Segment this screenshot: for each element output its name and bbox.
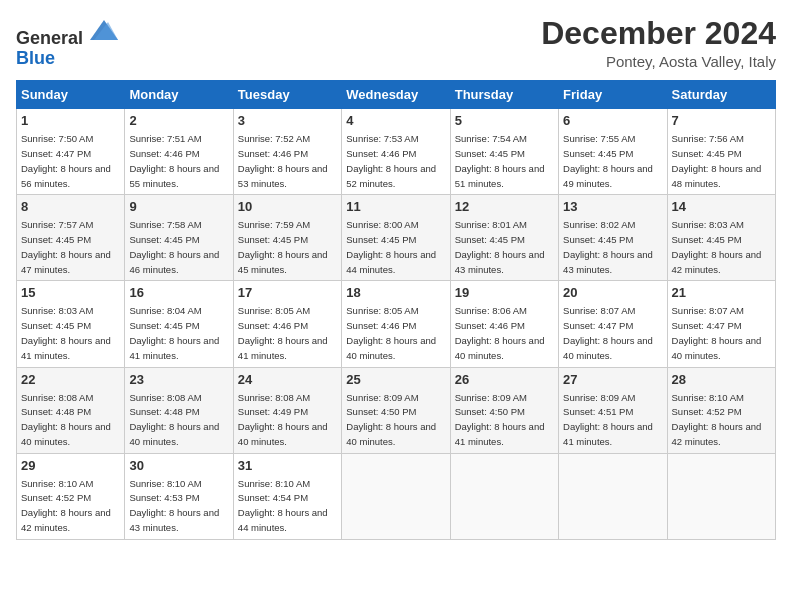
day-number: 8 bbox=[21, 199, 120, 216]
calendar-cell: 14 Sunrise: 8:03 AMSunset: 4:45 PMDaylig… bbox=[667, 195, 775, 281]
day-info: Sunrise: 7:57 AMSunset: 4:45 PMDaylight:… bbox=[21, 219, 111, 274]
day-info: Sunrise: 8:08 AMSunset: 4:49 PMDaylight:… bbox=[238, 392, 328, 447]
day-number: 31 bbox=[238, 458, 337, 475]
day-number: 14 bbox=[672, 199, 771, 216]
day-number: 15 bbox=[21, 285, 120, 302]
calendar-cell: 11 Sunrise: 8:00 AMSunset: 4:45 PMDaylig… bbox=[342, 195, 450, 281]
day-info: Sunrise: 8:10 AMSunset: 4:54 PMDaylight:… bbox=[238, 478, 328, 533]
day-number: 16 bbox=[129, 285, 228, 302]
day-number: 13 bbox=[563, 199, 662, 216]
day-info: Sunrise: 7:51 AMSunset: 4:46 PMDaylight:… bbox=[129, 133, 219, 188]
day-info: Sunrise: 7:59 AMSunset: 4:45 PMDaylight:… bbox=[238, 219, 328, 274]
day-number: 22 bbox=[21, 372, 120, 389]
weekday-header: Thursday bbox=[450, 81, 558, 109]
page-title: December 2024 bbox=[541, 16, 776, 51]
weekday-header: Monday bbox=[125, 81, 233, 109]
calendar-header-row: SundayMondayTuesdayWednesdayThursdayFrid… bbox=[17, 81, 776, 109]
calendar-cell: 13 Sunrise: 8:02 AMSunset: 4:45 PMDaylig… bbox=[559, 195, 667, 281]
calendar-cell: 22 Sunrise: 8:08 AMSunset: 4:48 PMDaylig… bbox=[17, 367, 125, 453]
day-info: Sunrise: 8:05 AMSunset: 4:46 PMDaylight:… bbox=[238, 305, 328, 360]
day-info: Sunrise: 8:05 AMSunset: 4:46 PMDaylight:… bbox=[346, 305, 436, 360]
title-block: December 2024 Pontey, Aosta Valley, Ital… bbox=[541, 16, 776, 70]
day-number: 2 bbox=[129, 113, 228, 130]
day-info: Sunrise: 8:04 AMSunset: 4:45 PMDaylight:… bbox=[129, 305, 219, 360]
weekday-header: Wednesday bbox=[342, 81, 450, 109]
day-info: Sunrise: 7:52 AMSunset: 4:46 PMDaylight:… bbox=[238, 133, 328, 188]
calendar-cell: 15 Sunrise: 8:03 AMSunset: 4:45 PMDaylig… bbox=[17, 281, 125, 367]
calendar-cell: 24 Sunrise: 8:08 AMSunset: 4:49 PMDaylig… bbox=[233, 367, 341, 453]
day-info: Sunrise: 8:09 AMSunset: 4:50 PMDaylight:… bbox=[455, 392, 545, 447]
calendar-table: SundayMondayTuesdayWednesdayThursdayFrid… bbox=[16, 80, 776, 540]
day-info: Sunrise: 8:07 AMSunset: 4:47 PMDaylight:… bbox=[672, 305, 762, 360]
day-number: 27 bbox=[563, 372, 662, 389]
day-info: Sunrise: 8:08 AMSunset: 4:48 PMDaylight:… bbox=[129, 392, 219, 447]
day-info: Sunrise: 7:58 AMSunset: 4:45 PMDaylight:… bbox=[129, 219, 219, 274]
day-info: Sunrise: 7:54 AMSunset: 4:45 PMDaylight:… bbox=[455, 133, 545, 188]
day-number: 23 bbox=[129, 372, 228, 389]
day-number: 4 bbox=[346, 113, 445, 130]
calendar-cell: 12 Sunrise: 8:01 AMSunset: 4:45 PMDaylig… bbox=[450, 195, 558, 281]
day-number: 26 bbox=[455, 372, 554, 389]
header: General Blue December 2024 Pontey, Aosta… bbox=[16, 16, 776, 70]
calendar-cell: 9 Sunrise: 7:58 AMSunset: 4:45 PMDayligh… bbox=[125, 195, 233, 281]
weekday-header: Sunday bbox=[17, 81, 125, 109]
calendar-cell: 10 Sunrise: 7:59 AMSunset: 4:45 PMDaylig… bbox=[233, 195, 341, 281]
day-number: 28 bbox=[672, 372, 771, 389]
calendar-cell: 23 Sunrise: 8:08 AMSunset: 4:48 PMDaylig… bbox=[125, 367, 233, 453]
day-number: 5 bbox=[455, 113, 554, 130]
day-number: 18 bbox=[346, 285, 445, 302]
day-info: Sunrise: 7:56 AMSunset: 4:45 PMDaylight:… bbox=[672, 133, 762, 188]
day-number: 20 bbox=[563, 285, 662, 302]
day-info: Sunrise: 8:10 AMSunset: 4:53 PMDaylight:… bbox=[129, 478, 219, 533]
calendar-cell: 18 Sunrise: 8:05 AMSunset: 4:46 PMDaylig… bbox=[342, 281, 450, 367]
calendar-cell: 17 Sunrise: 8:05 AMSunset: 4:46 PMDaylig… bbox=[233, 281, 341, 367]
day-info: Sunrise: 8:06 AMSunset: 4:46 PMDaylight:… bbox=[455, 305, 545, 360]
day-number: 10 bbox=[238, 199, 337, 216]
calendar-cell: 30 Sunrise: 8:10 AMSunset: 4:53 PMDaylig… bbox=[125, 453, 233, 539]
weekday-header: Tuesday bbox=[233, 81, 341, 109]
calendar-cell: 28 Sunrise: 8:10 AMSunset: 4:52 PMDaylig… bbox=[667, 367, 775, 453]
day-number: 12 bbox=[455, 199, 554, 216]
day-info: Sunrise: 7:55 AMSunset: 4:45 PMDaylight:… bbox=[563, 133, 653, 188]
day-info: Sunrise: 8:02 AMSunset: 4:45 PMDaylight:… bbox=[563, 219, 653, 274]
calendar-cell: 25 Sunrise: 8:09 AMSunset: 4:50 PMDaylig… bbox=[342, 367, 450, 453]
day-info: Sunrise: 8:01 AMSunset: 4:45 PMDaylight:… bbox=[455, 219, 545, 274]
day-number: 1 bbox=[21, 113, 120, 130]
day-number: 19 bbox=[455, 285, 554, 302]
calendar-cell: 8 Sunrise: 7:57 AMSunset: 4:45 PMDayligh… bbox=[17, 195, 125, 281]
calendar-cell: 6 Sunrise: 7:55 AMSunset: 4:45 PMDayligh… bbox=[559, 109, 667, 195]
day-info: Sunrise: 8:08 AMSunset: 4:48 PMDaylight:… bbox=[21, 392, 111, 447]
day-number: 9 bbox=[129, 199, 228, 216]
day-number: 29 bbox=[21, 458, 120, 475]
calendar-cell: 2 Sunrise: 7:51 AMSunset: 4:46 PMDayligh… bbox=[125, 109, 233, 195]
calendar-cell bbox=[342, 453, 450, 539]
day-info: Sunrise: 8:03 AMSunset: 4:45 PMDaylight:… bbox=[672, 219, 762, 274]
calendar-cell: 3 Sunrise: 7:52 AMSunset: 4:46 PMDayligh… bbox=[233, 109, 341, 195]
calendar-cell bbox=[450, 453, 558, 539]
day-info: Sunrise: 8:09 AMSunset: 4:51 PMDaylight:… bbox=[563, 392, 653, 447]
calendar-cell: 26 Sunrise: 8:09 AMSunset: 4:50 PMDaylig… bbox=[450, 367, 558, 453]
calendar-cell: 1 Sunrise: 7:50 AMSunset: 4:47 PMDayligh… bbox=[17, 109, 125, 195]
calendar-cell: 29 Sunrise: 8:10 AMSunset: 4:52 PMDaylig… bbox=[17, 453, 125, 539]
day-info: Sunrise: 8:03 AMSunset: 4:45 PMDaylight:… bbox=[21, 305, 111, 360]
page-subtitle: Pontey, Aosta Valley, Italy bbox=[541, 53, 776, 70]
day-info: Sunrise: 8:10 AMSunset: 4:52 PMDaylight:… bbox=[672, 392, 762, 447]
calendar-cell: 21 Sunrise: 8:07 AMSunset: 4:47 PMDaylig… bbox=[667, 281, 775, 367]
day-info: Sunrise: 8:10 AMSunset: 4:52 PMDaylight:… bbox=[21, 478, 111, 533]
calendar-cell: 20 Sunrise: 8:07 AMSunset: 4:47 PMDaylig… bbox=[559, 281, 667, 367]
day-number: 30 bbox=[129, 458, 228, 475]
day-info: Sunrise: 8:07 AMSunset: 4:47 PMDaylight:… bbox=[563, 305, 653, 360]
calendar-cell: 16 Sunrise: 8:04 AMSunset: 4:45 PMDaylig… bbox=[125, 281, 233, 367]
day-info: Sunrise: 8:09 AMSunset: 4:50 PMDaylight:… bbox=[346, 392, 436, 447]
day-number: 25 bbox=[346, 372, 445, 389]
calendar-cell bbox=[667, 453, 775, 539]
day-number: 17 bbox=[238, 285, 337, 302]
day-number: 11 bbox=[346, 199, 445, 216]
day-number: 6 bbox=[563, 113, 662, 130]
day-info: Sunrise: 7:50 AMSunset: 4:47 PMDaylight:… bbox=[21, 133, 111, 188]
day-number: 3 bbox=[238, 113, 337, 130]
calendar-cell bbox=[559, 453, 667, 539]
calendar-cell: 27 Sunrise: 8:09 AMSunset: 4:51 PMDaylig… bbox=[559, 367, 667, 453]
day-number: 7 bbox=[672, 113, 771, 130]
day-info: Sunrise: 7:53 AMSunset: 4:46 PMDaylight:… bbox=[346, 133, 436, 188]
